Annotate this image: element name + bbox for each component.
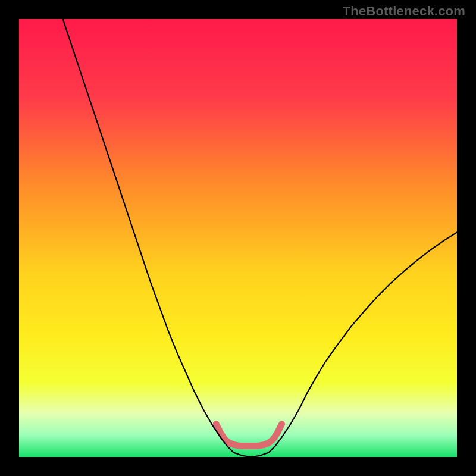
chart-frame: TheBottleneck.com [0,0,476,476]
watermark-text: TheBottleneck.com [343,4,465,19]
plot-area [19,19,457,457]
bottleneck-chart [19,19,457,457]
